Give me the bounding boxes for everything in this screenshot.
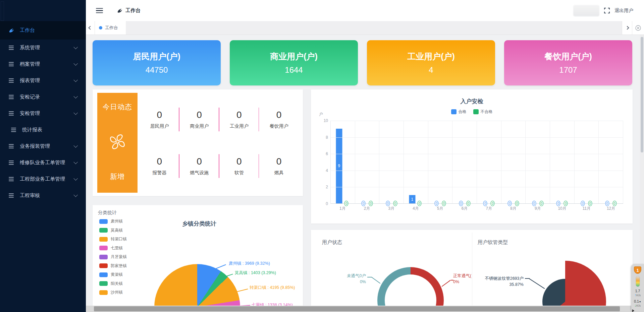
close-tabs-button[interactable]: [632, 21, 644, 35]
active-tab-label: 工作台: [105, 25, 118, 31]
stat-value: 0: [236, 156, 242, 167]
sidebar-item-8[interactable]: 维修队业务工单管理: [0, 154, 86, 171]
horizontal-scrollbar-thumb[interactable]: [94, 306, 620, 311]
stat-value: 0: [276, 156, 282, 167]
pie-legend-item-月牙泉镇[interactable]: 月牙泉镇: [99, 254, 127, 260]
y-tick-label: 10: [324, 118, 328, 123]
logo-placeholder: [1, 1, 4, 21]
pie-legend-item-七里镇[interactable]: 七里镇: [99, 245, 127, 251]
panel-label: 分类统计: [98, 210, 117, 216]
chart-column-12月: 00: [599, 121, 623, 203]
legend-item-fail[interactable]: 不合格: [473, 109, 493, 115]
pie-legend: 肃州镇莫高镇转渠口镇七里镇月牙泉镇郭家堡镇黄渠镇阳关镇沙州镇: [99, 219, 127, 295]
tab-strip-empty: [126, 21, 622, 35]
shield-badge-icon[interactable]: 1: [634, 266, 641, 274]
zero-marker-不合格-12月: 0: [612, 201, 616, 206]
series-slot: 0: [555, 121, 561, 203]
chevron-down-icon: [73, 94, 78, 99]
pie-legend-item-肃州镇[interactable]: 肃州镇: [99, 219, 127, 224]
series-slot: 9: [336, 121, 342, 203]
user-status-donut-chart: [377, 267, 444, 312]
x-tick-label: 9月: [526, 206, 550, 211]
y-tick-label: 2: [326, 185, 328, 189]
today-stats-row: 0居民用户0商业用户0工业用户0餐饮用户: [140, 105, 299, 134]
legend-swatch: [99, 219, 108, 224]
sidebar-item-6[interactable]: 统计报表: [0, 122, 86, 138]
series-slot: 0: [441, 121, 447, 203]
series-slot: 0: [458, 121, 464, 203]
leader-line: [442, 280, 451, 287]
list-icon: [9, 46, 14, 50]
user-status-panel: 用户状态 用户软管类型 未通气0户 0% 正常通气( 0% 不锈钢波纹管2693…: [311, 230, 633, 312]
pie-legend-item-黄渠镇[interactable]: 黄渠镇: [99, 272, 127, 277]
stat-label: 居民用户: [150, 123, 169, 129]
vertical-scrollbar-thumb[interactable]: [641, 37, 643, 152]
leader-line: [372, 277, 381, 284]
sidebar-item-3[interactable]: 报表管理: [0, 72, 86, 89]
legend-label: 郭家堡镇: [111, 263, 127, 269]
legend-swatch-fail: [473, 109, 479, 114]
bar-合格-1月: 9: [336, 129, 342, 203]
sidebar-item-7[interactable]: 业务报装管理: [0, 138, 86, 154]
stat-cards-row: 居民用户(户)44750商业用户(户)1644工业用户(户)4餐饮用户(户)17…: [93, 40, 632, 85]
zero-marker-合格-2月: 0: [362, 201, 366, 206]
sidebar-item-5[interactable]: 安检管理: [0, 105, 86, 122]
tab-workbench[interactable]: 工作台: [95, 21, 126, 35]
sidebar-item-2[interactable]: 档案管理: [0, 56, 86, 72]
list-icon: [11, 128, 16, 132]
sidebar-item-4[interactable]: 安检记录: [0, 89, 86, 105]
zero-marker-不合格-1月: 0: [344, 201, 348, 206]
chevron-down-icon: [73, 193, 78, 197]
chart-column-2月: 00: [355, 121, 380, 203]
x-axis-labels: 1月2月3月4月5月6月7月8月9月10月11月12月: [330, 206, 623, 211]
pie-chart-title: 乡镇分类统计: [146, 220, 253, 228]
legend-label: 黄渠镇: [111, 272, 123, 277]
pie-legend-item-郭家堡镇[interactable]: 郭家堡镇: [99, 263, 127, 269]
series-slot: 0: [587, 121, 593, 203]
stat-label: 工业用户: [230, 123, 249, 129]
zero-marker-合格-3月: 0: [386, 201, 390, 206]
browser-extension-widget[interactable]: 1 1.7 ↑K/s 0.1▼ ↓K/s: [631, 264, 644, 312]
stat-card-3: 餐饮用户(户)1707: [504, 40, 632, 85]
stat-label: 报警器: [152, 170, 166, 176]
bar-合格-4月: 1: [409, 195, 415, 203]
menu-toggle-icon[interactable]: [96, 8, 103, 13]
legend-swatch: [99, 281, 108, 286]
pie-legend-item-阳关镇[interactable]: 阳关镇: [99, 281, 127, 287]
series-slot: 0: [604, 121, 610, 203]
tabs-scroll-right-button[interactable]: [622, 21, 632, 35]
bar-chart-title: 入户安检: [311, 98, 633, 105]
fullscreen-icon[interactable]: [604, 8, 610, 13]
legend-item-pass[interactable]: 合格: [451, 109, 467, 115]
zero-marker-合格-9月: 0: [532, 201, 536, 206]
pie-legend-item-莫高镇[interactable]: 莫高镇: [99, 228, 127, 233]
today-stats-row: 0报警器0燃气设施0软管0燃具: [140, 151, 299, 181]
chart-column-6月: 00: [452, 121, 477, 203]
sidebar-item-9[interactable]: 工程部业务工单管理: [0, 171, 86, 187]
sidebar-item-10[interactable]: 工程审核: [0, 187, 86, 204]
sidebar-item-0[interactable]: 工作台: [0, 21, 86, 40]
stat-value: 0: [276, 110, 282, 120]
horizontal-scrollbar: [86, 306, 644, 312]
stat-value: 0: [157, 156, 162, 167]
zero-marker-合格-7月: 0: [483, 201, 487, 206]
download-speed: 0.1▼ ↓K/s: [634, 299, 641, 307]
zero-marker-合格-6月: 0: [459, 201, 463, 206]
y-tick-label: 8: [326, 135, 328, 140]
zero-marker-不合格-8月: 0: [515, 201, 519, 206]
close-circle-icon: [635, 25, 641, 31]
sidebar-item-1[interactable]: 系统管理: [0, 40, 86, 56]
x-tick-label: 5月: [428, 206, 452, 211]
legend-label: 肃州镇: [111, 219, 123, 224]
pie-legend-item-转渠口镇[interactable]: 转渠口镇: [99, 236, 127, 242]
expand-arrow-icon[interactable]: [632, 309, 634, 312]
legend-swatch: [99, 272, 108, 277]
gridline: [331, 121, 623, 121]
pie-legend-item-沙州镇[interactable]: 沙州镇: [99, 290, 127, 295]
legend-label-pass: 合格: [459, 109, 467, 115]
memory-gauge-icon[interactable]: [636, 276, 640, 287]
today-stat-工业用户: 0工业用户: [219, 105, 259, 134]
logout-button[interactable]: 退出用户: [614, 8, 633, 14]
tabs-scroll-left-button[interactable]: [86, 21, 95, 35]
today-stat-软管: 0软管: [219, 151, 259, 181]
